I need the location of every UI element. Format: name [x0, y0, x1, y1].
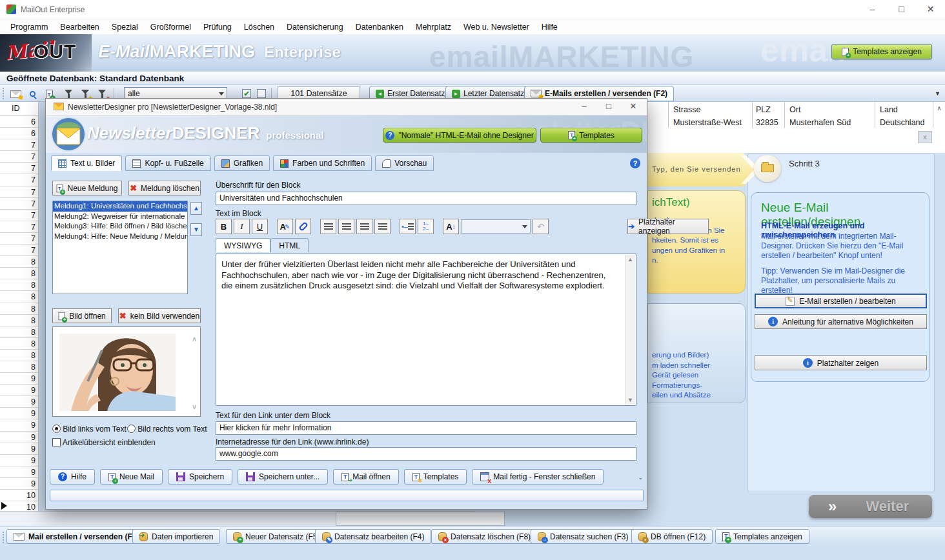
table-row[interactable]: 8	[0, 256, 38, 268]
table-row[interactable]: 9	[0, 432, 38, 443]
table-row[interactable]: 7	[0, 210, 38, 221]
menu-item[interactable]: Löschen	[239, 21, 279, 34]
dialog-footer-button[interactable]: Neue Mail	[100, 469, 163, 485]
no-image-button[interactable]: ✖ kein Bild verwenden	[118, 308, 201, 323]
align-left-button[interactable]	[320, 219, 336, 234]
open-image-button[interactable]: Bild öffnen	[52, 308, 112, 323]
table-row[interactable]: 8	[0, 361, 38, 373]
radio-image-left[interactable]: Bild links vom Text	[52, 425, 127, 434]
menu-item[interactable]: Web u. Newsletter	[458, 21, 534, 34]
menu-item[interactable]: Spezial	[107, 21, 143, 34]
checkbox-checked[interactable]: ✔	[242, 89, 251, 98]
editor-body-text[interactable]: Unter der früher vielzitierten Überlast …	[221, 259, 619, 292]
dialog-footer-button[interactable]: Speichern unter...	[238, 469, 328, 485]
tab-html[interactable]: HTML	[270, 238, 309, 252]
help-icon[interactable]: ?	[630, 158, 640, 168]
editor-scrollbar[interactable]: ▲ ▼	[625, 255, 635, 405]
move-up-button[interactable]: ▲	[190, 202, 202, 215]
bottom-toolbar-button[interactable]: Mail erstellen / versenden (F2)	[6, 529, 146, 544]
scrollbar-up-icon[interactable]: ▲	[625, 255, 635, 264]
align-center-button[interactable]	[338, 219, 354, 234]
column-header-land[interactable]: Land	[880, 105, 898, 114]
id-column-header[interactable]: ID	[0, 102, 38, 116]
new-message-button[interactable]: T Neue Meldung	[52, 181, 122, 195]
table-close-button[interactable]: x	[918, 131, 932, 143]
column-header-plz[interactable]: PLZ	[756, 105, 771, 114]
table-row[interactable]: 9	[0, 466, 38, 478]
dialog-footer-button[interactable]: Mail öffnen	[333, 469, 398, 485]
dialog-tab[interactable]: Text u. Bilder	[51, 155, 122, 171]
table-row[interactable]: 8	[0, 303, 38, 315]
footer-overflow-icon[interactable]: ⌄	[638, 474, 643, 481]
table-row[interactable]: 7	[0, 186, 38, 198]
table-row[interactable]: 9	[0, 396, 38, 408]
image-scroll-up-icon[interactable]: ∧	[190, 335, 199, 343]
bottom-toolbar-button[interactable]: ▪ DB öffnen (F12)	[631, 529, 713, 544]
image-scroll-down-icon[interactable]: ∨	[190, 403, 199, 411]
menu-item[interactable]: Datenbanken	[351, 21, 409, 34]
align-right-button[interactable]	[356, 219, 372, 234]
menu-item[interactable]: Hilfe	[536, 21, 563, 34]
justify-button[interactable]	[374, 219, 391, 234]
dialog-close-button[interactable]: ✕	[621, 99, 645, 115]
close-button[interactable]: ✕	[916, 0, 945, 19]
dialog-tab[interactable]: Farben und Schriften	[273, 155, 372, 171]
show-placeholders-button[interactable]: i Platzhalter zeigen	[755, 355, 927, 370]
mail-send-icon[interactable]	[9, 88, 22, 100]
radio-image-right[interactable]: Bild rechts vom Text	[127, 425, 207, 434]
scrollbar-down-icon[interactable]: ▼	[625, 395, 635, 405]
bottom-toolbar-button[interactable]: x Datensatz löschen (F8)	[431, 529, 538, 544]
weiter-button[interactable]: » Weiter	[809, 495, 932, 518]
bottom-toolbar-button[interactable]: + Templates anzeigen	[715, 529, 809, 544]
table-row[interactable]: 7	[0, 221, 38, 233]
bold-button[interactable]: B	[216, 219, 232, 234]
dialog-footer-button[interactable]: Speichern	[168, 469, 232, 485]
dialog-titlebar[interactable]: NewsletterDesigner pro [NewsletterDesign…	[46, 99, 647, 115]
dialog-minimize-button[interactable]: –	[572, 99, 596, 115]
table-row[interactable]: 7	[0, 233, 38, 245]
table-row[interactable]: 7	[0, 163, 38, 174]
menu-item[interactable]: Mehrplatz	[411, 21, 456, 34]
message-list-item[interactable]: Meldung3: Hilfe: Bild öffnen / Bild lösc…	[53, 221, 187, 232]
table-row[interactable]: 9	[0, 419, 38, 431]
menu-item[interactable]: Programm	[5, 21, 53, 34]
wysiwyg-editor[interactable]: Unter der früher vielzitierten Überlast …	[216, 254, 636, 406]
column-header-ort[interactable]: Ort	[789, 105, 800, 114]
table-row[interactable]: 6	[0, 128, 38, 139]
dialog-footer-button[interactable]: Mail fertig - Fenster schließen	[472, 469, 604, 485]
table-row[interactable]: 9	[0, 385, 38, 396]
search-icon[interactable]	[26, 88, 39, 100]
dialog-footer-button[interactable]: Templates	[404, 469, 467, 485]
table-row[interactable]: 9	[0, 373, 38, 385]
normal-html-mail-button[interactable]: ? "Normale" HTML-E-Mail ohne Designer	[383, 128, 536, 143]
delete-message-button[interactable]: ✖ Meldung löschen	[128, 181, 201, 195]
table-row[interactable]: 8	[0, 291, 38, 303]
table-row[interactable]: 9	[0, 478, 38, 490]
link-button[interactable]	[295, 219, 311, 234]
table-row[interactable]: 8	[0, 326, 38, 338]
table-row[interactable]: 10	[0, 490, 38, 501]
bullet-list-button[interactable]: •–	[400, 219, 416, 234]
templates-anzeigen-button[interactable]: Templates anzeigen	[831, 44, 932, 59]
italic-button[interactable]: I	[234, 219, 250, 234]
bottom-toolbar-button[interactable]: Daten importieren	[132, 529, 220, 544]
table-row[interactable]: 7	[0, 151, 38, 163]
move-down-button[interactable]: ▼	[190, 223, 202, 236]
menu-item[interactable]: Bearbeiten	[55, 21, 104, 34]
maximize-button[interactable]: □	[887, 0, 916, 19]
tab-wysiwyg[interactable]: WYSIWYG	[216, 238, 270, 252]
dialog-templates-button[interactable]: T Templates	[540, 128, 642, 143]
table-row[interactable]: 7	[0, 174, 38, 186]
table-row[interactable]: 9	[0, 455, 38, 466]
menu-item[interactable]: Datensicherung	[281, 21, 349, 34]
show-placeholder-button[interactable]: ➔ Platzhalter anzeigen	[627, 219, 709, 234]
font-size-button[interactable]: A↕	[443, 219, 459, 234]
table-row[interactable]: 8	[0, 279, 38, 291]
scroll-up-icon[interactable]: ∧	[934, 103, 944, 114]
underline-button[interactable]: U	[252, 219, 268, 234]
bottom-toolbar-button[interactable]: ✎ Datensatz bearbeiten (F4)	[315, 529, 431, 544]
dialog-tab[interactable]: Grafiken	[214, 155, 270, 171]
table-row[interactable]: 8	[0, 338, 38, 350]
bottom-toolbar-button[interactable]: ○ Datensatz suchen (F3)	[531, 529, 635, 544]
table-row[interactable]: 7	[0, 245, 38, 256]
